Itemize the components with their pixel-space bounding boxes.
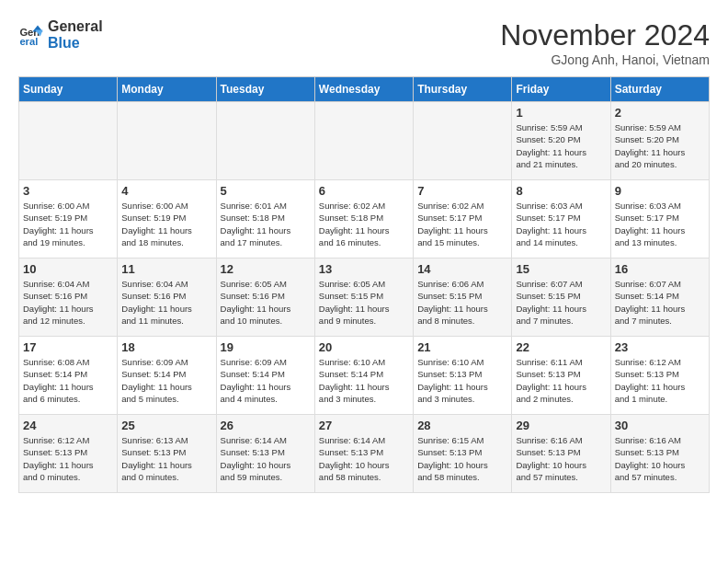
logo-text: General Blue	[48, 18, 103, 51]
day-number: 8	[516, 184, 606, 198]
header-cell-saturday: Saturday	[610, 77, 709, 102]
week-row-4: 24Sunrise: 6:12 AM Sunset: 5:13 PM Dayli…	[19, 415, 710, 493]
day-number: 7	[417, 184, 507, 198]
day-number: 23	[615, 340, 705, 354]
day-info: Sunrise: 6:07 AM Sunset: 5:15 PM Dayligh…	[516, 278, 606, 327]
day-info: Sunrise: 6:03 AM Sunset: 5:17 PM Dayligh…	[516, 200, 606, 248]
day-number: 17	[23, 340, 113, 354]
day-cell: 20Sunrise: 6:10 AM Sunset: 5:14 PM Dayli…	[314, 337, 413, 415]
location: GJong Anh, Hanoi, Vietnam	[500, 52, 710, 67]
day-info: Sunrise: 6:00 AM Sunset: 5:19 PM Dayligh…	[23, 200, 113, 248]
day-number: 2	[615, 106, 705, 120]
day-info: Sunrise: 6:14 AM Sunset: 5:13 PM Dayligh…	[221, 434, 311, 483]
day-number: 6	[319, 184, 409, 198]
day-info: Sunrise: 6:10 AM Sunset: 5:13 PM Dayligh…	[417, 356, 507, 405]
week-row-3: 17Sunrise: 6:08 AM Sunset: 5:14 PM Dayli…	[19, 337, 710, 415]
day-cell: 1Sunrise: 5:59 AM Sunset: 5:20 PM Daylig…	[512, 102, 610, 180]
day-number: 13	[319, 262, 409, 276]
day-number: 24	[23, 419, 113, 432]
header-cell-thursday: Thursday	[414, 77, 512, 102]
day-info: Sunrise: 6:04 AM Sunset: 5:16 PM Dayligh…	[23, 278, 113, 327]
day-cell: 9Sunrise: 6:03 AM Sunset: 5:17 PM Daylig…	[610, 180, 709, 259]
header-row: SundayMondayTuesdayWednesdayThursdayFrid…	[19, 77, 710, 102]
day-info: Sunrise: 6:08 AM Sunset: 5:14 PM Dayligh…	[23, 356, 113, 405]
header-cell-sunday: Sunday	[19, 77, 118, 102]
day-cell: 21Sunrise: 6:10 AM Sunset: 5:13 PM Dayli…	[414, 337, 512, 415]
calendar-table: SundayMondayTuesdayWednesdayThursdayFrid…	[18, 76, 710, 493]
day-cell: 2Sunrise: 5:59 AM Sunset: 5:20 PM Daylig…	[610, 102, 709, 180]
day-info: Sunrise: 6:11 AM Sunset: 5:13 PM Dayligh…	[516, 356, 606, 405]
svg-text:eral: eral	[19, 36, 38, 47]
day-cell: 8Sunrise: 6:03 AM Sunset: 5:17 PM Daylig…	[512, 180, 610, 259]
day-cell: 23Sunrise: 6:12 AM Sunset: 5:13 PM Dayli…	[610, 337, 709, 415]
day-info: Sunrise: 6:16 AM Sunset: 5:13 PM Dayligh…	[516, 434, 606, 483]
logo-icon: Gen eral	[18, 22, 44, 48]
day-cell	[19, 102, 118, 180]
day-info: Sunrise: 6:02 AM Sunset: 5:17 PM Dayligh…	[417, 200, 507, 248]
week-row-0: 1Sunrise: 5:59 AM Sunset: 5:20 PM Daylig…	[19, 102, 710, 180]
header-cell-tuesday: Tuesday	[216, 77, 314, 102]
logo: Gen eral General Blue	[18, 18, 103, 51]
day-cell: 22Sunrise: 6:11 AM Sunset: 5:13 PM Dayli…	[512, 337, 610, 415]
calendar-header: SundayMondayTuesdayWednesdayThursdayFrid…	[19, 77, 710, 102]
page-header: Gen eral General Blue November 2024 GJon…	[18, 18, 710, 67]
day-info: Sunrise: 6:03 AM Sunset: 5:17 PM Dayligh…	[615, 200, 705, 248]
day-info: Sunrise: 6:09 AM Sunset: 5:14 PM Dayligh…	[221, 356, 311, 405]
day-cell: 17Sunrise: 6:08 AM Sunset: 5:14 PM Dayli…	[19, 337, 118, 415]
day-info: Sunrise: 6:09 AM Sunset: 5:14 PM Dayligh…	[121, 356, 211, 405]
header-cell-wednesday: Wednesday	[314, 77, 413, 102]
day-cell: 12Sunrise: 6:05 AM Sunset: 5:16 PM Dayli…	[216, 259, 314, 337]
day-number: 25	[121, 419, 211, 432]
day-info: Sunrise: 6:07 AM Sunset: 5:14 PM Dayligh…	[615, 278, 705, 327]
day-info: Sunrise: 6:15 AM Sunset: 5:13 PM Dayligh…	[417, 434, 507, 483]
day-info: Sunrise: 6:00 AM Sunset: 5:19 PM Dayligh…	[121, 200, 211, 248]
day-number: 9	[615, 184, 705, 198]
day-cell: 24Sunrise: 6:12 AM Sunset: 5:13 PM Dayli…	[19, 415, 118, 493]
day-cell	[314, 102, 413, 180]
day-number: 1	[516, 106, 606, 120]
day-cell: 30Sunrise: 6:16 AM Sunset: 5:13 PM Dayli…	[610, 415, 709, 493]
day-info: Sunrise: 6:05 AM Sunset: 5:16 PM Dayligh…	[221, 278, 311, 327]
day-number: 26	[221, 419, 311, 432]
day-number: 14	[417, 262, 507, 276]
day-cell: 13Sunrise: 6:05 AM Sunset: 5:15 PM Dayli…	[314, 259, 413, 337]
day-cell: 6Sunrise: 6:02 AM Sunset: 5:18 PM Daylig…	[314, 180, 413, 259]
day-number: 11	[121, 262, 211, 276]
title-section: November 2024 GJong Anh, Hanoi, Vietnam	[500, 18, 710, 67]
day-number: 22	[516, 340, 606, 354]
day-info: Sunrise: 6:12 AM Sunset: 5:13 PM Dayligh…	[615, 356, 705, 405]
day-number: 21	[417, 340, 507, 354]
day-info: Sunrise: 6:16 AM Sunset: 5:13 PM Dayligh…	[615, 434, 705, 483]
day-cell: 28Sunrise: 6:15 AM Sunset: 5:13 PM Dayli…	[414, 415, 512, 493]
day-info: Sunrise: 6:05 AM Sunset: 5:15 PM Dayligh…	[319, 278, 409, 327]
day-cell: 19Sunrise: 6:09 AM Sunset: 5:14 PM Dayli…	[216, 337, 314, 415]
header-cell-friday: Friday	[512, 77, 610, 102]
month-title: November 2024	[500, 18, 710, 52]
day-number: 10	[23, 262, 113, 276]
day-cell	[414, 102, 512, 180]
day-cell: 27Sunrise: 6:14 AM Sunset: 5:13 PM Dayli…	[314, 415, 413, 493]
header-cell-monday: Monday	[118, 77, 216, 102]
day-number: 3	[23, 184, 113, 198]
day-number: 30	[615, 419, 705, 432]
day-number: 12	[221, 262, 311, 276]
day-number: 19	[221, 340, 311, 354]
day-cell: 18Sunrise: 6:09 AM Sunset: 5:14 PM Dayli…	[118, 337, 216, 415]
day-cell: 16Sunrise: 6:07 AM Sunset: 5:14 PM Dayli…	[610, 259, 709, 337]
day-info: Sunrise: 6:02 AM Sunset: 5:18 PM Dayligh…	[319, 200, 409, 248]
day-info: Sunrise: 6:12 AM Sunset: 5:13 PM Dayligh…	[23, 434, 113, 483]
day-info: Sunrise: 6:14 AM Sunset: 5:13 PM Dayligh…	[319, 434, 409, 483]
day-info: Sunrise: 6:01 AM Sunset: 5:18 PM Dayligh…	[221, 200, 311, 248]
day-number: 5	[221, 184, 311, 198]
day-info: Sunrise: 5:59 AM Sunset: 5:20 PM Dayligh…	[615, 121, 705, 170]
day-number: 18	[121, 340, 211, 354]
day-cell: 7Sunrise: 6:02 AM Sunset: 5:17 PM Daylig…	[414, 180, 512, 259]
day-cell: 26Sunrise: 6:14 AM Sunset: 5:13 PM Dayli…	[216, 415, 314, 493]
calendar-body: 1Sunrise: 5:59 AM Sunset: 5:20 PM Daylig…	[19, 102, 710, 493]
day-cell: 29Sunrise: 6:16 AM Sunset: 5:13 PM Dayli…	[512, 415, 610, 493]
day-cell: 25Sunrise: 6:13 AM Sunset: 5:13 PM Dayli…	[118, 415, 216, 493]
day-number: 29	[516, 419, 606, 432]
day-info: Sunrise: 6:13 AM Sunset: 5:13 PM Dayligh…	[121, 434, 211, 483]
week-row-2: 10Sunrise: 6:04 AM Sunset: 5:16 PM Dayli…	[19, 259, 710, 337]
day-info: Sunrise: 6:10 AM Sunset: 5:14 PM Dayligh…	[319, 356, 409, 405]
